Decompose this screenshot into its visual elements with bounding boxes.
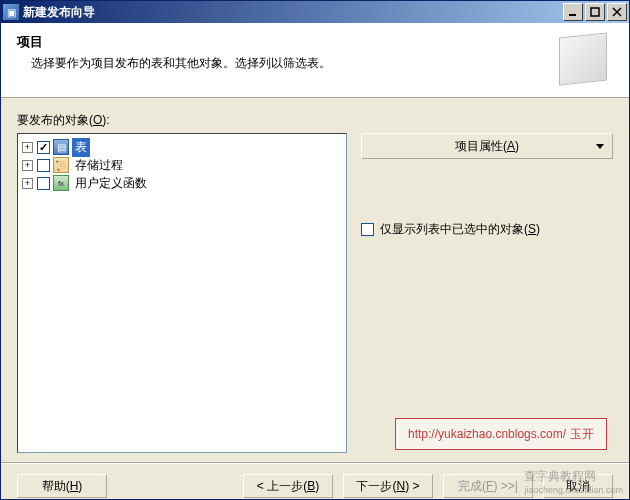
function-icon <box>53 175 69 191</box>
tree-item-functions[interactable]: + 用户定义函数 <box>20 174 344 192</box>
checkbox-functions[interactable] <box>37 177 50 190</box>
window-controls <box>563 3 627 21</box>
titlebar: 新建发布向导 <box>1 1 629 23</box>
back-button[interactable]: < 上一步(B) <box>243 474 333 498</box>
wizard-window: 新建发布向导 项目 选择要作为项目发布的表和其他对象。选择列以筛选表。 要发布的… <box>0 0 630 500</box>
finish-button: 完成(F) >>| <box>443 474 533 498</box>
checkbox-tables[interactable] <box>37 141 50 154</box>
filter-selected-row: 仅显示列表中已选中的对象(S) <box>361 221 613 238</box>
expand-icon[interactable]: + <box>22 142 33 153</box>
svg-rect-0 <box>569 14 576 16</box>
author-watermark[interactable]: http://yukaizhao.cnblogs.com/ 玉开 <box>395 418 607 450</box>
project-properties-button[interactable]: 项目属性(A) <box>361 133 613 159</box>
help-button[interactable]: 帮助(H) <box>17 474 107 498</box>
tree-label: 表 <box>72 138 90 157</box>
minimize-button[interactable] <box>563 3 583 21</box>
content-area: + 表 + 存储过程 + 用户定义函数 <box>17 133 613 453</box>
wizard-body: 要发布的对象(O): + 表 + 存储过程 + <box>1 98 629 500</box>
expand-icon[interactable]: + <box>22 160 33 171</box>
filter-selected-checkbox[interactable] <box>361 223 374 236</box>
svg-rect-1 <box>591 8 599 16</box>
tree-label: 存储过程 <box>72 156 126 175</box>
page-title: 项目 <box>17 33 559 51</box>
wizard-header: 项目 选择要作为项目发布的表和其他对象。选择列以筛选表。 <box>1 23 629 98</box>
table-icon <box>53 139 69 155</box>
cancel-button[interactable]: 取消 <box>543 474 613 498</box>
next-button[interactable]: 下一步(N) > <box>343 474 433 498</box>
tree-item-procedures[interactable]: + 存储过程 <box>20 156 344 174</box>
expand-icon[interactable]: + <box>22 178 33 189</box>
objects-tree[interactable]: + 表 + 存储过程 + 用户定义函数 <box>17 133 347 453</box>
header-graphic <box>559 32 607 85</box>
close-button[interactable] <box>607 3 627 21</box>
maximize-button[interactable] <box>585 3 605 21</box>
objects-label: 要发布的对象(O): <box>17 112 613 129</box>
wizard-button-bar: 帮助(H) < 上一步(B) 下一步(N) > 完成(F) >>| 取消 <box>1 463 629 500</box>
tree-label: 用户定义函数 <box>72 174 150 193</box>
header-text: 项目 选择要作为项目发布的表和其他对象。选择列以筛选表。 <box>17 33 559 72</box>
page-description: 选择要作为项目发布的表和其他对象。选择列以筛选表。 <box>31 55 559 72</box>
tree-item-tables[interactable]: + 表 <box>20 138 344 156</box>
right-panel: 项目属性(A) 仅显示列表中已选中的对象(S) <box>361 133 613 453</box>
checkbox-procedures[interactable] <box>37 159 50 172</box>
filter-selected-label[interactable]: 仅显示列表中已选中的对象(S) <box>380 221 540 238</box>
window-title: 新建发布向导 <box>23 4 563 21</box>
app-icon <box>3 4 19 20</box>
procedure-icon <box>53 157 69 173</box>
